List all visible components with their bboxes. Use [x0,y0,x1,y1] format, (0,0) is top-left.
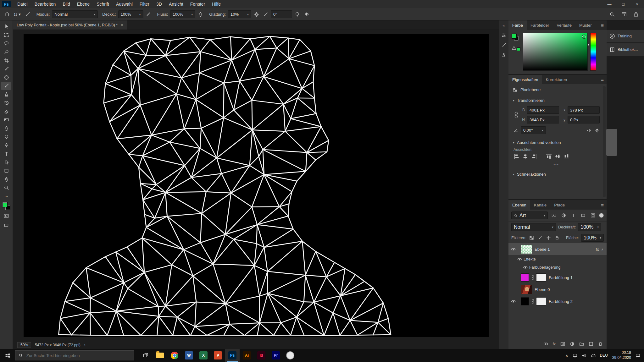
layer-mask-thumbnail[interactable] [536,297,546,305]
excel-icon[interactable]: X [196,349,211,362]
brush-preset-picker[interactable]: 13 ▾ [12,11,23,17]
path-selection-tool-button[interactable] [1,158,11,167]
menu-ansicht[interactable]: Ansicht [165,2,187,7]
maximize-button[interactable]: □ [616,0,630,8]
task-view-button[interactable] [138,349,153,362]
start-button[interactable] [0,349,15,362]
tab-eigenschaften[interactable]: Eigenschaften [508,75,542,84]
tab-kanaele[interactable]: Kanäle [530,200,550,210]
tab-verlaeufe[interactable]: Verläufe [553,20,575,30]
filter-pixel-layers-icon[interactable] [550,212,558,219]
transform-section-header[interactable]: ▾ Transformieren [513,98,600,103]
filter-adjustment-layers-icon[interactable] [560,212,567,219]
add-mask-icon[interactable] [560,342,565,346]
color-swatches[interactable] [2,202,10,210]
collapse-effects-icon[interactable]: ∧ [601,248,603,251]
hue-slider[interactable] [590,33,596,71]
quick-selection-tool-button[interactable] [1,48,11,56]
tab-korrekturen[interactable]: Korrekturen [542,75,571,84]
delete-layer-icon[interactable] [598,342,603,346]
clone-stamp-tool-button[interactable] [1,90,11,99]
effects-label[interactable]: Effekte [524,257,536,261]
tab-pfade[interactable]: Pfade [550,200,569,210]
filter-type-layers-icon[interactable] [569,212,577,219]
mask-link-icon[interactable] [531,299,534,304]
rotation-select[interactable]: 0.00° ▾ [521,126,546,134]
color-picker-marker[interactable] [582,35,586,38]
layer-fx-badge[interactable]: fx [596,247,599,252]
brush-angle-input[interactable]: 0° [271,10,292,18]
layer-row[interactable]: Farbfüllung 2 [508,295,607,307]
x-input[interactable]: 378 Px [568,106,600,114]
menu-ebene[interactable]: Ebene [74,2,93,7]
foreground-color-swatch[interactable] [2,202,8,207]
layer-name[interactable]: Ebene 1 [535,247,550,252]
hue-slider-marker[interactable] [588,43,591,46]
layer-row[interactable]: Ebene 0 [508,283,607,295]
effects-row[interactable]: Effekte [508,255,607,263]
libraries-panel-button[interactable]: Bibliothek... [607,43,644,56]
close-tab-icon[interactable]: × [121,23,123,27]
illustrator-icon[interactable]: Ai [240,349,254,362]
fill-layer-thumbnail[interactable] [521,297,529,305]
visibility-eye-empty[interactable] [508,283,518,295]
align-left-icon[interactable] [514,154,519,159]
docked-clone-source-panel-icon[interactable] [501,53,506,58]
photoshop-taskbar-icon[interactable]: Ps [225,349,240,362]
taskbar-clock[interactable]: 00:18 29.04.2020 [612,350,631,360]
saturation-brightness-field[interactable] [523,33,588,71]
edit-toolbar-icon[interactable]: … [4,193,8,198]
flip-vertical-icon[interactable] [595,128,600,133]
layer-filter-select[interactable]: Art ▾ [511,211,548,219]
taskbar-search[interactable] [15,350,134,360]
type-tool-button[interactable] [1,150,11,158]
menu-auswahl[interactable]: Auswahl [113,2,136,7]
hand-tool-button[interactable] [1,175,11,184]
gamut-warning-icon[interactable] [512,46,516,50]
menu-bild[interactable]: Bild [59,2,73,7]
symmetry-icon[interactable] [302,10,311,19]
new-group-icon[interactable] [579,342,584,346]
brush-settings-panel-icon[interactable] [23,10,32,19]
height-input[interactable]: 3648 Px [527,116,559,123]
move-tool-button[interactable] [1,22,11,31]
blur-tool-button[interactable] [1,124,11,133]
menu-3d[interactable]: 3D [153,2,165,7]
layer-name[interactable]: Farbfüllung 2 [549,299,573,304]
smoothing-select[interactable]: 10% ▾ [228,10,251,18]
layer-filter-toggle[interactable] [599,213,604,218]
layer-blend-mode-select[interactable]: Normal ▾ [511,223,556,231]
mask-link-icon[interactable] [531,275,534,280]
file-explorer-icon[interactable] [153,349,167,362]
visibility-eye-icon[interactable] [508,295,518,307]
shape-tool-button[interactable] [1,167,11,175]
panel-menu-icon[interactable]: ≡ [601,200,607,210]
app-icon[interactable] [283,349,297,362]
scrollbar-thumb[interactable] [606,129,617,156]
link-dimensions-icon[interactable] [514,112,519,118]
properties-scrollbar[interactable] [603,86,606,197]
chrome-icon[interactable] [167,349,182,362]
status-options-arrow-icon[interactable]: › [84,343,86,347]
zoom-level-input[interactable]: 50% [17,342,31,348]
onedrive-cloud-icon[interactable] [591,353,596,358]
menu-schrift[interactable]: Schrift [93,2,113,7]
docked-sliders-panel-icon[interactable] [501,33,506,38]
lasso-tool-button[interactable] [1,39,11,48]
document-tab[interactable]: Low Poly Portrait - Kopie.psd bei 50% (E… [13,20,127,30]
layer-thumbnail[interactable] [521,285,532,294]
lock-all-icon[interactable] [554,234,560,241]
layer-row[interactable]: Ebene 1 fx ∧ [508,243,607,255]
foreground-color-swatch[interactable] [512,34,517,39]
menu-fenster[interactable]: Fenster [187,2,208,7]
layer-name[interactable]: Ebene 0 [535,287,550,292]
tab-muster[interactable]: Muster [575,20,596,30]
align-top-icon[interactable] [546,154,552,159]
pressure-size-icon[interactable] [293,10,302,19]
layer-row[interactable]: Farbfüllung 1 [508,272,607,283]
language-indicator[interactable]: DEU [600,353,608,358]
search-input[interactable] [26,353,130,358]
menu-datei[interactable]: Datei [14,2,31,7]
visibility-eye-icon[interactable] [521,263,529,272]
airbrush-icon[interactable] [196,10,205,19]
